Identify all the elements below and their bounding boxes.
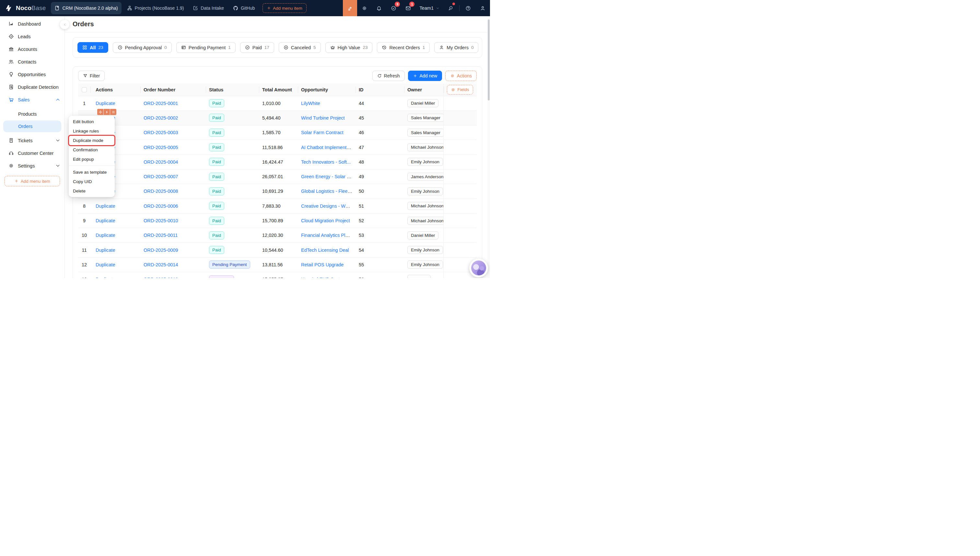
nav-menu-item-icon	[193, 5, 198, 11]
opportunity-link[interactable]: Wind Turbine Project	[301, 115, 345, 121]
duplicate-action-link[interactable]: Duplicate	[95, 204, 115, 208]
filter-tab[interactable]: Pending Approval 0	[113, 42, 172, 53]
team-switcher[interactable]: Team1	[416, 5, 443, 11]
table-row: 9 Duplicate ORD-2025-0010 Paid 15,700.89…	[78, 213, 477, 228]
sidebar-item[interactable]: Dashboard	[0, 18, 65, 30]
select-all-checkbox[interactable]	[82, 87, 87, 92]
filter-tab[interactable]: My Orders 0	[434, 42, 478, 53]
nav-menu-item[interactable]: Data Intake	[189, 2, 228, 14]
nav-menu-item[interactable]: CRM (NocoBase 2.0 alpha)	[51, 2, 121, 14]
duplicate-action-link[interactable]: Duplicate	[95, 247, 115, 253]
order-number-link[interactable]: ORD-2025-0004	[144, 159, 178, 165]
order-number-link[interactable]: ORD-2025-0005	[144, 145, 178, 150]
filter-tab[interactable]: Pending Payment 1	[176, 42, 236, 53]
sidebar-item[interactable]: Leads	[0, 30, 65, 43]
filter-button[interactable]: Filter	[78, 71, 105, 81]
owner-tag: Michael Johnson	[408, 217, 443, 225]
owner-tag: Emily Johnson	[408, 158, 443, 166]
designer-context-menu: Edit button Linkage rules Duplicate mode…	[69, 116, 115, 197]
navbar-add-menu-item-button[interactable]: Add menu item	[262, 3, 307, 13]
plugin-settings-button[interactable]	[357, 0, 372, 16]
refresh-button[interactable]: Refresh	[372, 71, 405, 81]
order-number-link[interactable]: ORD-2025-0001	[144, 101, 178, 106]
sidebar-item[interactable]: Settings	[0, 159, 65, 172]
opportunity-link[interactable]: Financial Analytics Platf...	[301, 233, 354, 238]
status-badge: Paid	[209, 99, 224, 107]
order-number-link[interactable]: ORD-2025-0014	[144, 262, 178, 267]
duplicate-action-link[interactable]: Duplicate	[95, 277, 115, 278]
sidebar-item[interactable]: Tickets	[0, 134, 65, 147]
opportunity-link[interactable]: Creative Designs - Web...	[301, 204, 354, 208]
opportunity-link[interactable]: Solar Farm Contract	[301, 130, 343, 135]
filter-tab[interactable]: Paid 17	[240, 42, 274, 53]
filter-tab[interactable]: High Value 23	[325, 42, 373, 53]
filter-tab-count: 0	[164, 45, 167, 50]
sidebar-item[interactable]: Accounts	[0, 43, 65, 55]
notifications-button[interactable]	[372, 0, 386, 16]
opportunity-link[interactable]: Cloud Migration Project	[301, 218, 350, 223]
sidebar-collapse-button[interactable]	[60, 20, 70, 29]
context-menu-item[interactable]: Delete	[69, 186, 115, 196]
profile-button[interactable]	[475, 0, 490, 16]
nav-menu-item[interactable]: Projects (NocoBase 1.9)	[123, 2, 188, 14]
order-number-link[interactable]: ORD-2025-0009	[144, 247, 178, 253]
opportunity-link[interactable]: Global Logistics - Fleet ...	[301, 189, 354, 194]
context-menu-item[interactable]: Copy UID	[69, 177, 115, 186]
context-menu-item[interactable]: Duplicate mode	[69, 136, 115, 145]
sidebar-item[interactable]: Opportunities	[0, 68, 65, 81]
order-number-link[interactable]: ORD-2025-0002	[144, 115, 178, 121]
sidebar-item[interactable]: Products	[0, 108, 65, 120]
context-menu-item[interactable]: Linkage rules	[69, 126, 115, 136]
context-menu-item[interactable]: Save as template	[69, 168, 115, 177]
order-number-link[interactable]: ORD-2025-0010	[144, 218, 178, 223]
add-new-button[interactable]: Add new	[408, 71, 442, 81]
order-number-link[interactable]: ORD-2025-0012	[144, 277, 178, 278]
ui-editor-button[interactable]	[343, 0, 357, 16]
help-button[interactable]	[461, 0, 475, 16]
context-menu-item[interactable]: Edit popup	[69, 155, 115, 164]
sidebar-item[interactable]: Duplicate Detection	[0, 81, 65, 93]
duplicate-action-link[interactable]: Duplicate	[95, 101, 115, 106]
duplicate-action-link[interactable]: Duplicate	[95, 218, 115, 223]
order-number-link[interactable]: ORD-2025-0006	[144, 204, 178, 208]
sidebar-item[interactable]: Contacts	[0, 55, 65, 68]
sidebar-item[interactable]: Sales	[0, 93, 65, 106]
inbox-button[interactable]: 1	[401, 0, 416, 16]
duplicate-action-link[interactable]: Duplicate	[95, 233, 115, 238]
actions-designer-button[interactable]: Actions	[445, 71, 477, 81]
funnel-icon	[83, 74, 87, 78]
order-number-link[interactable]: ORD-2025-0007	[144, 174, 178, 179]
vertical-scrollbar[interactable]	[487, 16, 490, 278]
filter-tab[interactable]: Canceled 5	[279, 42, 321, 53]
opportunity-link[interactable]: Green Energy - Solar P...	[301, 174, 353, 179]
sidebar-item[interactable]: Customer Center	[0, 147, 65, 159]
context-menu-item[interactable]: Edit button	[69, 117, 115, 126]
drag-handle[interactable]	[97, 109, 103, 115]
brand[interactable]: NocoBase	[5, 4, 46, 12]
filter-tab[interactable]: All 23	[78, 42, 108, 53]
total-amount-cell: 11,518.86	[259, 140, 298, 155]
sidebar-add-menu-item-button[interactable]: Add menu item	[5, 176, 60, 186]
linkage-chip[interactable]	[104, 109, 110, 115]
scrollbar-thumb[interactable]	[488, 19, 490, 100]
designer-menu-chip[interactable]	[110, 109, 116, 115]
assistant-bubble[interactable]	[469, 259, 488, 277]
opportunity-link[interactable]: Tech Innovators - Soft...	[301, 159, 351, 165]
context-menu-item-label: Linkage rules	[73, 129, 99, 134]
fields-designer-button[interactable]: Fields	[447, 85, 473, 95]
opportunity-link[interactable]: AI Chatbot Implementa...	[301, 145, 353, 150]
tasks-button[interactable]: 9	[386, 0, 401, 16]
order-number-link[interactable]: ORD-2025-0011	[144, 233, 178, 238]
opportunity-link[interactable]: Hospital EHR Syst...	[301, 277, 343, 278]
opportunity-link[interactable]: LilyWhite	[301, 101, 320, 106]
filter-tab[interactable]: Recent Orders 1	[377, 42, 430, 53]
order-number-link[interactable]: ORD-2025-0003	[144, 130, 178, 135]
context-menu-item[interactable]: Confirmation	[69, 145, 115, 155]
order-number-link[interactable]: ORD-2025-0008	[144, 189, 178, 194]
opportunity-link[interactable]: Retail POS Upgrade	[301, 262, 343, 267]
api-keys-button[interactable]	[443, 0, 458, 16]
nav-menu-item[interactable]: GitHub	[230, 2, 259, 14]
sidebar-item[interactable]: Orders	[3, 121, 61, 132]
duplicate-action-link[interactable]: Duplicate	[95, 262, 115, 267]
opportunity-link[interactable]: EdTech Licensing Deal	[301, 247, 349, 253]
